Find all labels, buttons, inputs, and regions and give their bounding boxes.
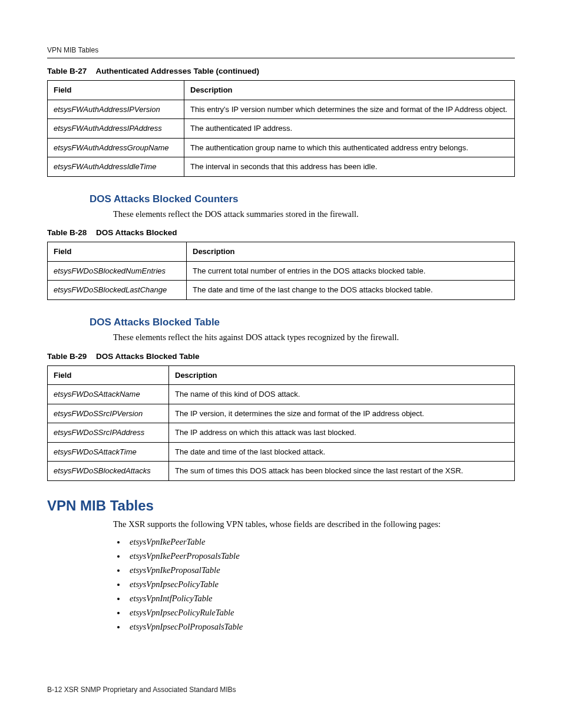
cell-field: etsysFWDoSBlockedLastChange xyxy=(48,281,187,300)
table-row: etsysFWAuthAddressIPVersion This entry's… xyxy=(48,100,515,119)
cell-field: etsysFWDoSBlockedAttacks xyxy=(48,462,169,481)
list-item: etsysVpnIpsecPolicyRuleTable xyxy=(126,607,515,619)
cell-field: etsysFWDoSSrcIPVersion xyxy=(48,404,169,423)
cell-field: etsysFWAuthAddressGroupName xyxy=(48,138,184,157)
list-item: etsysVpnIpsecPolicyTable xyxy=(126,578,515,591)
table-b29-number: Table B-29 xyxy=(47,352,87,361)
table-b27-caption: Table B-27 Authenticated Addresses Table… xyxy=(47,67,515,75)
cell-field: etsysFWAuthAddressIPVersion xyxy=(48,100,184,119)
list-item: etsysVpnIkeProposalTable xyxy=(126,564,515,577)
table-b27: Field Description etsysFWAuthAddressIPVe… xyxy=(47,80,515,177)
text-dos-blocked-table: These elements reflect the hits against … xyxy=(113,332,515,344)
cell-desc: The authenticated IP address. xyxy=(184,119,515,139)
table-row: etsysFWDoSBlockedAttacks The sum of time… xyxy=(48,462,515,481)
table-row: etsysFWDoSBlockedLastChange The date and… xyxy=(48,281,515,300)
table-b29: Field Description etsysFWDoSAttackName T… xyxy=(47,365,515,481)
cell-field: etsysFWAuthAddressIdleTime xyxy=(48,157,184,177)
cell-desc: The current total number of entries in t… xyxy=(187,261,515,281)
column-header-description: Description xyxy=(187,242,515,262)
table-b28-number: Table B-28 xyxy=(47,228,87,237)
table-row: etsysFWDoSAttackName The name of this ki… xyxy=(48,385,515,404)
list-item: etsysVpnIkePeerProposalsTable xyxy=(126,550,515,562)
cell-desc: The date and time of the last change to … xyxy=(187,281,515,300)
table-row: etsysFWDoSSrcIPAddress The IP address on… xyxy=(48,423,515,443)
cell-field: etsysFWAuthAddressIPAddress xyxy=(48,119,184,139)
cell-field: etsysFWDoSBlockedNumEntries xyxy=(48,261,187,281)
table-row: etsysFWDoSAttackTime The date and time o… xyxy=(48,442,515,462)
cell-field: etsysFWDoSSrcIPAddress xyxy=(48,423,169,443)
table-row: etsysFWAuthAddressGroupName The authenti… xyxy=(48,138,515,157)
column-header-field: Field xyxy=(48,365,169,385)
heading-dos-counters: DOS Attacks Blocked Counters xyxy=(90,193,515,205)
table-b28-title: DOS Attacks Blocked xyxy=(96,228,177,237)
column-header-description: Description xyxy=(169,365,515,385)
cell-desc: The IP version, it determines the size a… xyxy=(169,404,515,423)
cell-desc: The date and time of the last blocked at… xyxy=(169,442,515,462)
table-row: etsysFWAuthAddressIdleTime The interval … xyxy=(48,157,515,177)
vpn-table-list: etsysVpnIkePeerTable etsysVpnIkePeerProp… xyxy=(113,536,515,633)
cell-desc: The sum of times this DOS attack has bee… xyxy=(169,462,515,481)
heading-vpn-mib-tables: VPN MIB Tables xyxy=(47,498,515,514)
column-header-description: Description xyxy=(184,81,515,100)
table-b28: Field Description etsysFWDoSBlockedNumEn… xyxy=(47,242,515,300)
cell-desc: The IP address on which this attack was … xyxy=(169,423,515,443)
table-b29-caption: Table B-29 DOS Attacks Blocked Table xyxy=(47,352,515,361)
heading-dos-blocked-table: DOS Attacks Blocked Table xyxy=(90,317,515,328)
cell-field: etsysFWDoSAttackName xyxy=(48,385,169,404)
table-b27-title: Authenticated Addresses Table (continued… xyxy=(96,67,260,75)
list-item: etsysVpnIntfPolicyTable xyxy=(126,592,515,605)
table-row: etsysFWDoSSrcIPVersion The IP version, i… xyxy=(48,404,515,423)
table-b27-number: Table B-27 xyxy=(47,67,87,75)
table-row: etsysFWAuthAddressIPAddress The authenti… xyxy=(48,119,515,139)
column-header-field: Field xyxy=(48,81,184,100)
text-vpn-mib-tables: The XSR supports the following VPN table… xyxy=(113,519,515,531)
cell-desc: The name of this kind of DOS attack. xyxy=(169,385,515,404)
cell-desc: The interval in seconds that this addres… xyxy=(184,157,515,177)
list-item: etsysVpnIkePeerTable xyxy=(126,536,515,548)
table-b29-title: DOS Attacks Blocked Table xyxy=(96,352,200,361)
cell-field: etsysFWDoSAttackTime xyxy=(48,442,169,462)
table-row: etsysFWDoSBlockedNumEntries The current … xyxy=(48,261,515,281)
page: VPN MIB Tables Table B-27 Authenticated … xyxy=(0,0,562,728)
list-item: etsysVpnIpsecPolProposalsTable xyxy=(126,621,515,633)
cell-desc: This entry's IP version number which det… xyxy=(184,100,515,119)
table-b28-caption: Table B-28 DOS Attacks Blocked xyxy=(47,228,515,237)
running-head: VPN MIB Tables xyxy=(47,46,515,58)
page-footer: B-12 XSR SNMP Proprietary and Associated… xyxy=(47,686,236,694)
text-dos-counters: These elements reflect the DOS attack su… xyxy=(113,209,515,220)
column-header-field: Field xyxy=(48,242,187,262)
cell-desc: The authentication group name to which t… xyxy=(184,138,515,157)
